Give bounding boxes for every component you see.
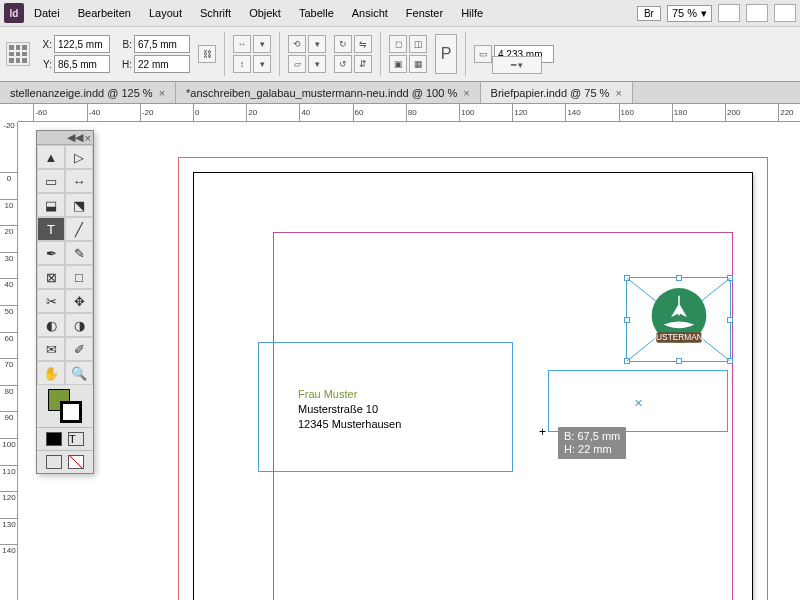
scale-y-step[interactable]: ▾ <box>253 55 271 73</box>
tab-anschreiben[interactable]: *anschreiben_galabau_mustermann-neu.indd… <box>176 82 481 103</box>
apply-color-icon[interactable] <box>46 432 62 446</box>
fit-content-icon[interactable]: ▣ <box>389 55 407 73</box>
scale-x-icon[interactable]: ↔ <box>233 35 251 53</box>
flip-h-icon[interactable]: ⇋ <box>354 35 372 53</box>
document-tabs: stellenanzeige.indd @ 125 %× *anschreibe… <box>0 82 800 104</box>
bridge-button[interactable]: Br <box>637 6 661 21</box>
gap-tool[interactable]: ↔ <box>65 169 93 193</box>
view-options-icon[interactable] <box>718 4 740 22</box>
stroke-weight-icon: ▭ <box>474 45 492 63</box>
zoom-tool[interactable]: 🔍 <box>65 361 93 385</box>
ruler-vertical[interactable]: -200102030405060708090100110120130140 <box>0 122 18 600</box>
recipient-city: 12345 Musterhausen <box>298 417 401 432</box>
close-icon[interactable]: × <box>85 132 91 144</box>
screen-mode-icon[interactable] <box>746 4 768 22</box>
tooltip-height: H: 22 mm <box>564 443 620 456</box>
menu-ansicht[interactable]: Ansicht <box>344 3 396 23</box>
preview-view-icon[interactable] <box>68 455 84 469</box>
ruler-horizontal[interactable]: -60-40-200204060801001201401601802002202… <box>18 104 800 122</box>
rectangle-frame-tool[interactable]: ⊠ <box>37 265 65 289</box>
cursor-crosshair-icon: + <box>539 425 546 439</box>
drawing-frame[interactable]: ✕ <box>548 370 728 432</box>
menu-objekt[interactable]: Objekt <box>241 3 289 23</box>
shear-step[interactable]: ▾ <box>308 55 326 73</box>
rotate-icon[interactable]: ⟲ <box>288 35 306 53</box>
tab-label: *anschreiben_galabau_mustermann-neu.indd… <box>186 87 457 99</box>
rotate-step[interactable]: ▾ <box>308 35 326 53</box>
scissors-tool[interactable]: ✂ <box>37 289 65 313</box>
menu-tabelle[interactable]: Tabelle <box>291 3 342 23</box>
height-input[interactable] <box>134 55 190 73</box>
fill-stroke-swatch[interactable] <box>37 385 93 427</box>
menu-fenster[interactable]: Fenster <box>398 3 451 23</box>
paragraph-style-icon[interactable]: P <box>435 34 457 74</box>
tab-label: stellenanzeige.indd @ 125 % <box>10 87 153 99</box>
control-bar: X: Y: B: H: ⛓ ↔▾ ↕▾ ⟲▾ ▱▾ ↻⇋ ↺⇵ ◻◫ ▣▦ P … <box>0 26 800 82</box>
page-tool[interactable]: ▭ <box>37 169 65 193</box>
stroke-style[interactable]: ━ ▾ <box>492 56 542 74</box>
content-placer-tool[interactable]: ⬔ <box>65 193 93 217</box>
menu-schrift[interactable]: Schrift <box>192 3 239 23</box>
type-tool[interactable]: T <box>37 217 65 241</box>
rectangle-tool[interactable]: □ <box>65 265 93 289</box>
tooltip-width: B: 67,5 mm <box>564 430 620 443</box>
rotate-cw-icon[interactable]: ↻ <box>334 35 352 53</box>
collapse-icon[interactable]: ◀◀ <box>67 131 83 144</box>
constrain-icon[interactable]: ⛓ <box>198 45 216 63</box>
zoom-level[interactable]: 75 %▾ <box>667 5 712 22</box>
menu-layout[interactable]: Layout <box>141 3 190 23</box>
select-container-icon[interactable]: ◻ <box>389 35 407 53</box>
width-input[interactable] <box>134 35 190 53</box>
arrange-icon[interactable] <box>774 4 796 22</box>
close-icon[interactable]: × <box>463 87 469 99</box>
stroke-swatch[interactable] <box>60 401 82 423</box>
pencil-tool[interactable]: ✎ <box>65 241 93 265</box>
chevron-down-icon: ▾ <box>701 7 707 20</box>
close-icon[interactable]: × <box>159 87 165 99</box>
x-input[interactable] <box>54 35 110 53</box>
w-label: B: <box>118 39 132 50</box>
reference-point[interactable] <box>6 42 30 66</box>
y-label: Y: <box>38 59 52 70</box>
select-content-icon[interactable]: ◫ <box>409 35 427 53</box>
rotate-ccw-icon[interactable]: ↺ <box>334 55 352 73</box>
recipient-street: Musterstraße 10 <box>298 402 401 417</box>
tab-briefpapier[interactable]: Briefpapier.indd @ 75 %× <box>481 82 633 103</box>
flip-v-icon[interactable]: ⇵ <box>354 55 372 73</box>
anchor-icon: ✕ <box>634 397 643 410</box>
note-tool[interactable]: ✉ <box>37 337 65 361</box>
line-tool[interactable]: ╱ <box>65 217 93 241</box>
menu-bar: Id Datei Bearbeiten Layout Schrift Objek… <box>0 0 800 26</box>
tab-stellenanzeige[interactable]: stellenanzeige.indd @ 125 %× <box>0 82 176 103</box>
menu-hilfe[interactable]: Hilfe <box>453 3 491 23</box>
gradient-swatch-tool[interactable]: ◐ <box>37 313 65 337</box>
menu-bearbeiten[interactable]: Bearbeiten <box>70 3 139 23</box>
scale-y-icon[interactable]: ↕ <box>233 55 251 73</box>
gradient-feather-tool[interactable]: ◑ <box>65 313 93 337</box>
shear-icon[interactable]: ▱ <box>288 55 306 73</box>
canvas[interactable]: Frau Muster Musterstraße 10 12345 Muster… <box>18 122 800 600</box>
free-transform-tool[interactable]: ✥ <box>65 289 93 313</box>
pen-tool[interactable]: ✒ <box>37 241 65 265</box>
scale-x-step[interactable]: ▾ <box>253 35 271 53</box>
zoom-value: 75 % <box>672 7 697 19</box>
h-label: H: <box>118 59 132 70</box>
normal-view-icon[interactable] <box>46 455 62 469</box>
svg-text:MUSTERMANN: MUSTERMANN <box>649 332 709 342</box>
hand-tool[interactable]: ✋ <box>37 361 65 385</box>
direct-selection-tool[interactable]: ▷ <box>65 145 93 169</box>
y-input[interactable] <box>54 55 110 73</box>
panel-header[interactable]: ◀◀× <box>37 131 93 145</box>
logo-icon: MUSTERMANN <box>641 282 717 358</box>
menu-datei[interactable]: Datei <box>26 3 68 23</box>
tab-label: Briefpapier.indd @ 75 % <box>491 87 610 99</box>
tools-panel[interactable]: ◀◀× ▲ ▷ ▭ ↔ ⬓ ⬔ T ╱ ✒ ✎ ⊠ □ ✂ ✥ ◐ ◑ ✉ ✐ … <box>36 130 94 474</box>
fill-frame-icon[interactable]: ▦ <box>409 55 427 73</box>
apply-none-icon[interactable]: T <box>68 432 84 446</box>
logo-frame[interactable]: MUSTERMANN <box>626 277 731 362</box>
x-label: X: <box>38 39 52 50</box>
content-collector-tool[interactable]: ⬓ <box>37 193 65 217</box>
selection-tool[interactable]: ▲ <box>37 145 65 169</box>
close-icon[interactable]: × <box>615 87 621 99</box>
eyedropper-tool[interactable]: ✐ <box>65 337 93 361</box>
